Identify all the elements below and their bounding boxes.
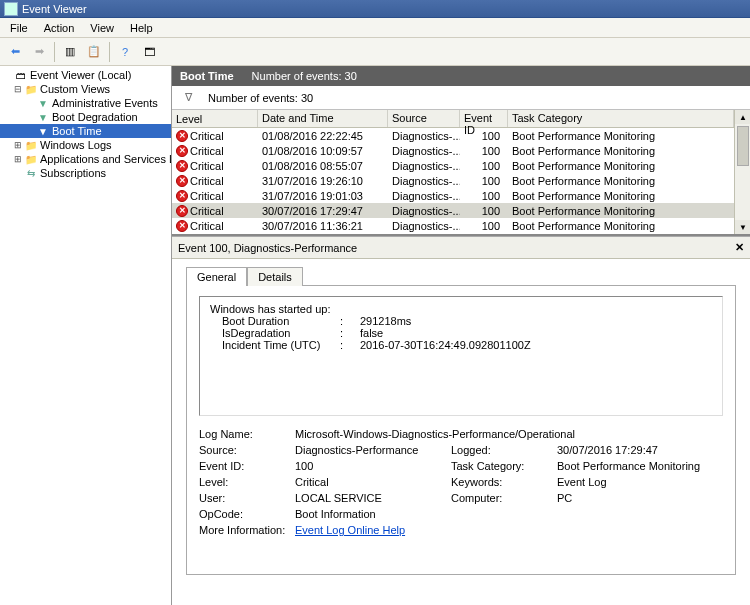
cell-source: Diagnostics-...: [388, 145, 460, 157]
error-icon: ✕: [176, 220, 188, 232]
scroll-thumb[interactable]: [737, 126, 749, 166]
col-level[interactable]: Level: [172, 110, 258, 127]
cell-event-id: 100: [460, 145, 508, 157]
folder-icon: 📁: [24, 152, 38, 166]
field-computer-label: Computer:: [451, 492, 551, 504]
error-icon: ✕: [176, 205, 188, 217]
error-icon: ✕: [176, 160, 188, 172]
folder-icon: 📁: [24, 82, 38, 96]
col-event-id[interactable]: Event ID: [460, 110, 508, 127]
tree-label: Event Viewer (Local): [30, 69, 131, 81]
col-task-category[interactable]: Task Category: [508, 110, 734, 127]
cell-source: Diagnostics-...: [388, 175, 460, 187]
events-grid[interactable]: Level Date and Time Source Event ID Task…: [172, 110, 734, 234]
tab-content: Windows has started up: Boot Duration : …: [186, 285, 736, 575]
cell-datetime: 31/07/2016 19:01:03: [258, 190, 388, 202]
tree-boot-time[interactable]: ▼ Boot Time: [0, 124, 171, 138]
refresh-icon: 🗔: [144, 46, 155, 58]
arrow-left-icon: ⬅: [11, 45, 20, 58]
tree-custom-views[interactable]: ⊟ 📁 Custom Views: [0, 82, 171, 96]
menu-view[interactable]: View: [82, 19, 122, 37]
filter-row: ∇ Number of events: 30: [172, 86, 750, 110]
table-row[interactable]: ✕Critical31/07/2016 19:26:10Diagnostics-…: [172, 173, 734, 188]
cell-level: ✕Critical: [172, 190, 258, 202]
filter-view-icon: ▼: [36, 110, 50, 124]
toolbar: ⬅ ➡ ▥ 📋 ? 🗔: [0, 38, 750, 66]
cell-datetime: 30/07/2016 11:36:21: [258, 220, 388, 232]
cell-task-category: Boot Performance Monitoring: [508, 175, 734, 187]
field-log-name-value: Microsoft-Windows-Diagnostics-Performanc…: [295, 428, 723, 440]
table-row[interactable]: ✕Critical01/08/2016 10:09:57Diagnostics-…: [172, 143, 734, 158]
filter-icon[interactable]: ∇: [180, 90, 196, 106]
tab-details[interactable]: Details: [247, 267, 303, 286]
field-opcode-value: Boot Information: [295, 508, 723, 520]
detail-body: General Details Windows has started up: …: [172, 259, 750, 605]
expand-icon[interactable]: ⊞: [12, 153, 24, 165]
grid-header: Level Date and Time Source Event ID Task…: [172, 110, 734, 128]
detail-header: Event 100, Diagnostics-Performance ✕: [172, 237, 750, 259]
filter-view-icon: ▼: [36, 124, 50, 138]
field-computer-value: PC: [557, 492, 723, 504]
menu-file[interactable]: File: [2, 19, 36, 37]
collapse-icon[interactable]: ⊟: [12, 83, 24, 95]
error-icon: ✕: [176, 175, 188, 187]
field-logged-value: 30/07/2016 17:29:47: [557, 444, 723, 456]
grid-scrollbar[interactable]: ▲ ▼: [734, 110, 750, 234]
menu-action[interactable]: Action: [36, 19, 83, 37]
forward-button[interactable]: ➡: [28, 41, 50, 63]
field-level-label: Level:: [199, 476, 289, 488]
cell-level: ✕Critical: [172, 175, 258, 187]
tree-windows-logs[interactable]: ⊞ 📁 Windows Logs: [0, 138, 171, 152]
tab-general[interactable]: General: [186, 267, 247, 286]
tree-root[interactable]: 🗃 Event Viewer (Local): [0, 68, 171, 82]
show-hide-tree-button[interactable]: ▥: [59, 41, 81, 63]
col-datetime[interactable]: Date and Time: [258, 110, 388, 127]
properties-button[interactable]: 📋: [83, 41, 105, 63]
tree-label: Windows Logs: [40, 139, 112, 151]
back-button[interactable]: ⬅: [4, 41, 26, 63]
desc-key: Incident Time (UTC): [210, 339, 340, 351]
table-row[interactable]: ✕Critical30/07/2016 11:36:21Diagnostics-…: [172, 218, 734, 233]
cell-event-id: 100: [460, 130, 508, 142]
field-user-label: User:: [199, 492, 289, 504]
cell-source: Diagnostics-...: [388, 190, 460, 202]
error-icon: ✕: [176, 130, 188, 142]
content-panel: Boot Time Number of events: 30 ∇ Number …: [172, 66, 750, 605]
table-row[interactable]: ✕Critical31/07/2016 19:01:03Diagnostics-…: [172, 188, 734, 203]
col-source[interactable]: Source: [388, 110, 460, 127]
desc-colon: :: [340, 327, 360, 339]
tree-admin-events[interactable]: ▼ Administrative Events: [0, 96, 171, 110]
desc-row: Boot Duration : 291218ms: [210, 315, 712, 327]
expand-icon[interactable]: ⊞: [12, 139, 24, 151]
tree-boot-degradation[interactable]: ▼ Boot Degradation: [0, 110, 171, 124]
event-log-online-help-link[interactable]: Event Log Online Help: [295, 524, 723, 536]
error-icon: ✕: [176, 145, 188, 157]
field-event-id-label: Event ID:: [199, 460, 289, 472]
tree-subscriptions[interactable]: ⇆ Subscriptions: [0, 166, 171, 180]
navigation-tree[interactable]: 🗃 Event Viewer (Local) ⊟ 📁 Custom Views …: [0, 66, 172, 605]
cell-task-category: Boot Performance Monitoring: [508, 145, 734, 157]
desc-val: 2016-07-30T16:24:49.092801100Z: [360, 339, 531, 351]
field-keywords-value: Event Log: [557, 476, 723, 488]
cell-level: ✕Critical: [172, 145, 258, 157]
detail-pane: Event 100, Diagnostics-Performance ✕ Gen…: [172, 236, 750, 605]
events-header-count: Number of events: 30: [252, 70, 357, 82]
scroll-up-button[interactable]: ▲: [735, 110, 750, 124]
table-row[interactable]: ✕Critical01/08/2016 08:55:07Diagnostics-…: [172, 158, 734, 173]
app-icon: [4, 2, 18, 16]
menu-help[interactable]: Help: [122, 19, 161, 37]
close-icon[interactable]: ✕: [735, 241, 744, 254]
refresh-button[interactable]: 🗔: [138, 41, 160, 63]
window-title: Event Viewer: [22, 3, 87, 15]
tree-app-services-logs[interactable]: ⊞ 📁 Applications and Services Logs: [0, 152, 171, 166]
field-user-value: LOCAL SERVICE: [295, 492, 445, 504]
tree-twisty[interactable]: [2, 69, 14, 81]
field-opcode-label: OpCode:: [199, 508, 289, 520]
help-button[interactable]: ?: [114, 41, 136, 63]
arrow-right-icon: ➡: [35, 45, 44, 58]
cell-level: ✕Critical: [172, 160, 258, 172]
table-row[interactable]: ✕Critical30/07/2016 17:29:47Diagnostics-…: [172, 203, 734, 218]
scroll-down-button[interactable]: ▼: [735, 220, 750, 234]
folder-icon: 📁: [24, 138, 38, 152]
table-row[interactable]: ✕Critical01/08/2016 22:22:45Diagnostics-…: [172, 128, 734, 143]
